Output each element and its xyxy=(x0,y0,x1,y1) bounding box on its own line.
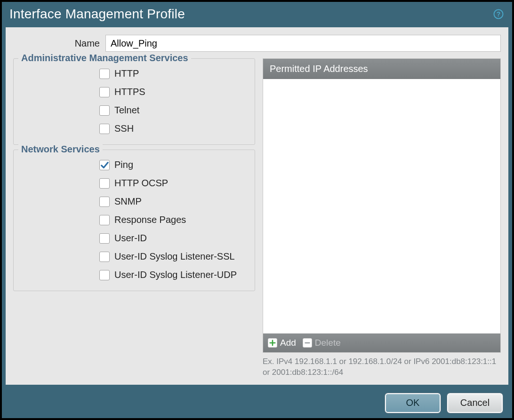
admin-service-checkbox-ssh[interactable] xyxy=(99,124,110,134)
delete-label: Delete xyxy=(315,338,341,348)
network-service-checkbox-user-id-syslog-listener-ssl[interactable] xyxy=(99,252,110,262)
permitted-ip-list[interactable] xyxy=(263,79,500,333)
network-service-checkbox-ping[interactable] xyxy=(99,160,110,170)
network-service-checkbox-http-ocsp[interactable] xyxy=(99,178,110,189)
network-service-checkbox-response-pages[interactable] xyxy=(99,215,110,225)
network-service-label: Ping xyxy=(114,159,133,170)
cancel-button[interactable]: Cancel xyxy=(447,393,503,413)
network-service-label: User-ID Syslog Listener-UDP xyxy=(114,269,237,280)
title-bar: Interface Management Profile ? xyxy=(2,2,512,27)
help-icon[interactable]: ? xyxy=(493,9,504,19)
network-service-label: HTTP OCSP xyxy=(114,178,168,189)
admin-service-label: HTTP xyxy=(114,68,139,79)
admin-services-legend: Administrative Management Services xyxy=(18,53,191,63)
admin-services-fieldset: Administrative Management Services HTTPH… xyxy=(13,58,255,145)
permitted-ip-toolbar: Add Delete xyxy=(263,333,500,352)
admin-service-row: SSH xyxy=(18,119,250,138)
admin-service-checkbox-telnet[interactable] xyxy=(99,105,110,116)
admin-service-row: HTTPS xyxy=(18,83,250,101)
admin-service-row: Telnet xyxy=(18,101,250,119)
network-service-label: SNMP xyxy=(114,196,142,207)
admin-service-label: SSH xyxy=(114,123,134,134)
ok-button[interactable]: OK xyxy=(385,393,441,413)
network-service-row: HTTP OCSP xyxy=(18,174,250,192)
ip-hint: Ex. IPv4 192.168.1.1 or 192.168.1.0/24 o… xyxy=(263,357,501,378)
network-service-label: Response Pages xyxy=(114,214,186,225)
admin-service-row: HTTP xyxy=(18,64,250,83)
name-input[interactable] xyxy=(105,35,501,52)
network-service-row: Response Pages xyxy=(18,211,250,229)
dialog-content: Name Administrative Management Services … xyxy=(6,27,508,385)
network-service-row: User-ID Syslog Listener-UDP xyxy=(18,266,250,284)
network-service-checkbox-user-id-syslog-listener-udp[interactable] xyxy=(99,270,110,280)
dialog-window: Interface Management Profile ? Name Admi… xyxy=(2,2,512,418)
permitted-ip-header: Permitted IP Addresses xyxy=(263,59,500,79)
admin-service-label: HTTPS xyxy=(114,87,145,97)
network-service-row: User-ID xyxy=(18,229,250,247)
columns: Administrative Management Services HTTPH… xyxy=(13,58,501,378)
right-column: Permitted IP Addresses Add xyxy=(263,58,501,378)
add-button[interactable]: Add xyxy=(268,338,296,348)
network-service-row: SNMP xyxy=(18,192,250,211)
network-service-row: User-ID Syslog Listener-SSL xyxy=(18,247,250,266)
name-label: Name xyxy=(13,38,105,49)
admin-service-label: Telnet xyxy=(114,105,139,116)
network-service-label: User-ID xyxy=(114,233,147,244)
delete-button: Delete xyxy=(303,338,341,348)
name-row: Name xyxy=(13,35,501,52)
network-service-checkbox-snmp[interactable] xyxy=(99,197,110,207)
permitted-ip-panel: Permitted IP Addresses Add xyxy=(263,58,501,353)
network-services-fieldset: Network Services PingHTTP OCSPSNMPRespon… xyxy=(13,150,255,291)
network-service-label: User-ID Syslog Listener-SSL xyxy=(114,251,235,262)
svg-text:?: ? xyxy=(497,10,501,18)
dialog-title: Interface Management Profile xyxy=(9,7,185,22)
network-service-row: Ping xyxy=(18,156,250,174)
add-label: Add xyxy=(280,338,296,348)
network-services-legend: Network Services xyxy=(18,144,103,155)
plus-icon xyxy=(268,338,277,348)
admin-service-checkbox-http[interactable] xyxy=(99,69,110,79)
admin-service-checkbox-https[interactable] xyxy=(99,87,110,97)
button-bar: OK Cancel xyxy=(2,388,512,420)
left-column: Administrative Management Services HTTPH… xyxy=(13,58,255,378)
network-service-checkbox-user-id[interactable] xyxy=(99,233,110,244)
minus-icon xyxy=(303,338,312,348)
